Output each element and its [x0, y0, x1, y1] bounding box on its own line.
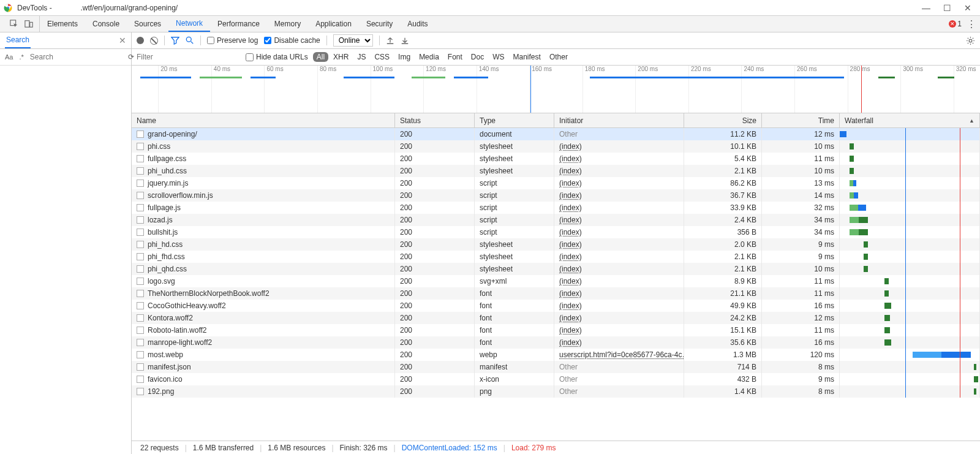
hide-data-urls-checkbox[interactable]: Hide data URLs	[246, 53, 308, 61]
table-row[interactable]: phi_fhd.css200stylesheet(index)2.1 KB9 m…	[132, 251, 980, 263]
column-name[interactable]: Name	[132, 113, 395, 127]
table-row[interactable]: logo.svg200svg+xml(index)8.9 KB11 ms	[132, 275, 980, 287]
filter-input[interactable]	[137, 51, 235, 63]
tab-audits[interactable]: Audits	[400, 16, 435, 32]
network-timeline-overview[interactable]: 20 ms40 ms60 ms80 ms100 ms120 ms140 ms16…	[132, 66, 980, 113]
filter-type-doc[interactable]: Doc	[467, 52, 488, 62]
tab-elements[interactable]: Elements	[40, 16, 85, 32]
window-minimize-icon[interactable]: —	[921, 3, 931, 13]
request-initiator[interactable]: (index)	[559, 142, 582, 151]
tab-console[interactable]: Console	[85, 16, 127, 32]
table-row[interactable]: Roboto-latin.woff2200font(index)15.1 KB1…	[132, 324, 980, 336]
request-initiator[interactable]: (index)	[559, 314, 582, 322]
settings-icon[interactable]	[966, 36, 975, 45]
request-initiator[interactable]: (index)	[559, 203, 582, 212]
request-type: stylesheet	[475, 251, 554, 263]
table-row[interactable]: manifest.json200manifestOther714 B8 ms	[132, 361, 980, 373]
filter-toggle-icon[interactable]	[171, 36, 179, 45]
network-toolbar: Preserve log Disable cache Online	[132, 32, 980, 49]
request-initiator[interactable]: (index)	[559, 252, 582, 261]
preserve-log-checkbox[interactable]: Preserve log	[207, 36, 258, 45]
table-row[interactable]: phi.css200stylesheet(index)10.1 KB10 ms	[132, 140, 980, 153]
tab-performance[interactable]: Performance	[210, 16, 267, 32]
filter-type-manifest[interactable]: Manifest	[510, 52, 545, 62]
table-row[interactable]: 192.png200pngOther1.4 KB8 ms	[132, 385, 980, 398]
table-row[interactable]: favicon.ico200x-iconOther432 B9 ms	[132, 373, 980, 385]
window-maximize-icon[interactable]: ☐	[942, 3, 952, 13]
table-row[interactable]: CocoGothicHeavy.woff2200font(index)49.9 …	[132, 300, 980, 312]
throttling-select[interactable]: Online	[333, 34, 373, 47]
column-waterfall[interactable]: Waterfall▲	[840, 113, 980, 127]
import-har-icon[interactable]	[386, 36, 394, 45]
column-initiator[interactable]: Initiator	[554, 113, 684, 127]
filter-type-ws[interactable]: WS	[489, 52, 508, 62]
request-type: stylesheet	[475, 153, 554, 165]
table-row[interactable]: grand-opening/200documentOther11.2 KB12 …	[132, 128, 980, 140]
request-initiator[interactable]: (index)	[559, 154, 582, 163]
request-initiator[interactable]: (index)	[559, 216, 582, 224]
tab-sources[interactable]: Sources	[127, 16, 168, 32]
request-initiator[interactable]: (index)	[559, 301, 582, 310]
request-initiator[interactable]: (index)	[559, 338, 582, 347]
request-initiator[interactable]: (index)	[559, 289, 582, 298]
filter-type-xhr[interactable]: XHR	[330, 52, 352, 62]
request-initiator[interactable]: (index)	[559, 228, 582, 236]
table-row[interactable]: fullpage.css200stylesheet(index)5.4 KB11…	[132, 153, 980, 165]
table-row[interactable]: lozad.js200script(index)2.4 KB34 ms	[132, 214, 980, 226]
svg-rect-3	[25, 21, 29, 28]
table-row[interactable]: bullshit.js200script(index)356 B34 ms	[132, 226, 980, 238]
table-row[interactable]: phi_qhd.css200stylesheet(index)2.1 KB10 …	[132, 263, 980, 275]
regex-toggle[interactable]: .*	[19, 53, 23, 61]
request-initiator[interactable]: (index)	[559, 277, 582, 286]
request-initiator[interactable]: userscript.html?id=0ce85677-96ca-4c…	[559, 350, 684, 359]
request-name: phi_uhd.css	[148, 167, 187, 175]
request-initiator[interactable]: (index)	[559, 326, 582, 335]
table-row[interactable]: most.webp200webpuserscript.html?id=0ce85…	[132, 349, 980, 361]
filter-type-all[interactable]: All	[313, 52, 328, 62]
column-time[interactable]: Time	[762, 113, 840, 127]
table-row[interactable]: TheNorthernBlockNorpethBook.woff2200font…	[132, 287, 980, 300]
window-titlebar: DevTools - .wtf/en/journal/grand-opening…	[0, 0, 980, 16]
close-icon[interactable]: ✕	[119, 36, 126, 45]
table-row[interactable]: fullpage.js200script(index)33.9 KB32 ms	[132, 202, 980, 214]
filter-type-font[interactable]: Font	[444, 52, 466, 62]
filter-type-other[interactable]: Other	[546, 52, 571, 62]
table-row[interactable]: manrope-light.woff2200font(index)35.6 KB…	[132, 336, 980, 349]
table-row[interactable]: phi_uhd.css200stylesheet(index)2.1 KB10 …	[132, 165, 980, 177]
table-row[interactable]: scrolloverflow.min.js200script(index)36.…	[132, 189, 980, 202]
match-case-toggle[interactable]: Aa	[5, 53, 13, 61]
column-status[interactable]: Status	[395, 113, 475, 127]
tab-memory[interactable]: Memory	[267, 16, 308, 32]
request-initiator[interactable]: (index)	[559, 265, 582, 273]
filter-type-css[interactable]: CSS	[371, 52, 393, 62]
table-row[interactable]: Kontora.woff2200font(index)24.2 KB12 ms	[132, 312, 980, 324]
record-icon[interactable]	[137, 37, 144, 44]
request-initiator[interactable]: (index)	[559, 240, 582, 249]
search-icon[interactable]	[186, 36, 194, 45]
table-row[interactable]: jquery.min.js200script(index)86.2 KB13 m…	[132, 177, 980, 189]
clear-log-icon[interactable]	[150, 37, 158, 45]
error-count-badge[interactable]: ✕1	[949, 20, 962, 28]
filter-type-media[interactable]: Media	[415, 52, 443, 62]
export-har-icon[interactable]	[401, 36, 409, 45]
tab-application[interactable]: Application	[308, 16, 359, 32]
search-tab-label[interactable]: Search	[5, 32, 31, 48]
window-close-icon[interactable]: ✕	[963, 3, 973, 13]
request-initiator[interactable]: (index)	[559, 191, 582, 200]
request-initiator[interactable]: (index)	[559, 167, 582, 175]
device-toolbar-icon[interactable]	[24, 20, 33, 28]
inspect-element-icon[interactable]	[10, 20, 18, 28]
request-type: stylesheet	[475, 140, 554, 153]
column-type[interactable]: Type	[475, 113, 554, 127]
tab-security[interactable]: Security	[359, 16, 400, 32]
tab-network[interactable]: Network	[168, 16, 210, 32]
request-initiator[interactable]: (index)	[559, 179, 582, 187]
filter-type-img[interactable]: Img	[394, 52, 414, 62]
kebab-menu-icon[interactable]: ⋮	[967, 18, 976, 30]
request-waterfall	[840, 385, 980, 398]
disable-cache-checkbox[interactable]: Disable cache	[264, 36, 320, 45]
search-input[interactable]	[30, 53, 122, 61]
table-row[interactable]: phi_hd.css200stylesheet(index)2.0 KB9 ms	[132, 238, 980, 251]
column-size[interactable]: Size	[684, 113, 762, 127]
filter-type-js[interactable]: JS	[353, 52, 369, 62]
